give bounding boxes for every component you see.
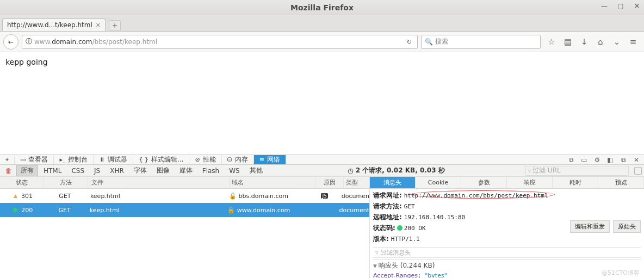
url-field[interactable]: ⓘ www.domain.com/bbs/post/keep.html ↻: [22, 35, 418, 49]
bookmark-star-icon[interactable]: ☆: [547, 37, 556, 47]
http-version-value: HTTP/1.1: [391, 236, 420, 243]
responsive-icon[interactable]: ▭: [580, 156, 589, 164]
filter-other[interactable]: 其他: [245, 165, 267, 176]
tab-bar: http://www.d...t/keep.html ✕ +: [0, 15, 644, 32]
stopwatch-icon: ◷: [348, 167, 353, 175]
table-row[interactable]: ▲ 301 GET keep.html 🔓bbs.domain.com JS d…: [0, 189, 369, 203]
network-filter-bar: 🗑 所有 HTML CSS JS XHR 字体 图像 媒体 Flash WS 其…: [0, 165, 644, 177]
filter-flash[interactable]: Flash: [198, 166, 224, 176]
new-tab-button[interactable]: +: [109, 20, 121, 31]
network-table: 状态 方法 文件 域名 原因 类型 ▲ 301 GET keep.html 🔓b…: [0, 177, 370, 278]
js-cause-badge: JS: [321, 193, 327, 199]
devtools-panel: ⌖ ▭查看器 ▸_控制台 ⏸调试器 { }样式编辑... ⊘性能 ⛁内存 ≡网络…: [0, 155, 644, 278]
devtools-tabs: ⌖ ▭查看器 ▸_控制台 ⏸调试器 { }样式编辑... ⊘性能 ⛁内存 ≡网络…: [0, 155, 644, 165]
filter-image[interactable]: 图像: [152, 165, 174, 176]
maximize-button[interactable]: ▢: [617, 2, 624, 10]
remote-address-value: 192.168.140.15:80: [404, 214, 466, 221]
url-text: www.domain.com/bbs/post/keep.html: [34, 38, 402, 46]
status-code-value: 200 OK: [404, 225, 426, 232]
search-field[interactable]: 🔍 搜索: [421, 35, 541, 49]
col-method[interactable]: 方法: [44, 177, 88, 188]
minimize-button[interactable]: —: [600, 2, 608, 10]
dtab-cookies[interactable]: Cookie: [416, 177, 461, 188]
filter-media[interactable]: 媒体: [175, 165, 197, 176]
filter-js[interactable]: JS: [90, 166, 104, 176]
tab-debugger[interactable]: ⏸调试器: [94, 155, 133, 164]
warning-icon: ▲: [10, 193, 17, 199]
watermark: @51CTO博客: [602, 269, 640, 277]
tab-style-editor[interactable]: { }样式编辑...: [133, 155, 189, 164]
window-title: Mozilla Firefox: [290, 3, 354, 12]
filter-html[interactable]: HTML: [39, 166, 66, 176]
filter-css[interactable]: CSS: [67, 166, 89, 176]
search-icon: 🔍: [425, 38, 433, 46]
request-method-value: GET: [404, 203, 415, 210]
filter-url-input[interactable]: ▿ 过滤 URL: [525, 166, 629, 176]
status-dot-icon: [397, 225, 403, 231]
back-button[interactable]: ←: [3, 34, 18, 50]
filter-ws[interactable]: WS: [225, 166, 244, 176]
col-domain[interactable]: 域名: [230, 177, 315, 188]
dock-window-icon[interactable]: ⧉: [619, 156, 628, 164]
insecure-icon: 🔓: [227, 207, 235, 214]
element-picker-button[interactable]: ⌖: [0, 155, 15, 164]
header-accept-ranges: Accept-Ranges: "bytes": [373, 272, 641, 278]
persist-logs-toggle[interactable]: [634, 167, 642, 175]
filter-xhr[interactable]: XHR: [106, 166, 128, 176]
status-ok-icon: [13, 208, 17, 212]
settings-icon[interactable]: ⚙: [593, 156, 602, 164]
tab-title: http://www.d...t/keep.html: [7, 21, 92, 29]
request-details-panel: 消息头 Cookie 参数 响应 耗时 预览 请求网址: http://www.…: [370, 177, 644, 278]
funnel-icon: ▿: [528, 168, 531, 174]
col-cause[interactable]: 原因: [315, 177, 344, 188]
tab-close-icon[interactable]: ✕: [96, 22, 101, 29]
dtab-preview[interactable]: 预览: [598, 177, 644, 188]
filter-font[interactable]: 字体: [129, 165, 151, 176]
dock-side-icon[interactable]: ◧: [606, 156, 615, 164]
col-file[interactable]: 文件: [88, 177, 230, 188]
library-icon[interactable]: ▤: [564, 37, 572, 47]
home-icon[interactable]: ⌂: [596, 37, 605, 47]
table-row[interactable]: 200 GET keep.html 🔓www.domain.com docume…: [0, 203, 369, 217]
tab-inspector[interactable]: ▭查看器: [15, 155, 54, 164]
window-titlebar: Mozilla Firefox — ▢ ✕: [0, 0, 644, 15]
edit-resend-button[interactable]: 编辑和重发: [570, 220, 610, 233]
page-content: kepp going: [0, 52, 644, 155]
col-type[interactable]: 类型: [344, 177, 369, 188]
detail-tabs: 消息头 Cookie 参数 响应 耗时 预览: [370, 177, 644, 189]
close-devtools-icon[interactable]: ✕: [632, 156, 641, 164]
dtab-response[interactable]: 响应: [507, 177, 553, 188]
headers-detail: 请求网址: http://www.domain.com/bbs/post/kee…: [370, 189, 644, 278]
close-window-button[interactable]: ✕: [633, 2, 641, 10]
network-table-header: 状态 方法 文件 域名 原因 类型: [0, 177, 369, 189]
tab-console[interactable]: ▸_控制台: [54, 155, 94, 164]
search-placeholder: 搜索: [435, 37, 448, 46]
dtab-params[interactable]: 参数: [461, 177, 507, 188]
funnel-icon: ▿: [375, 249, 379, 256]
clear-requests-button[interactable]: 🗑: [2, 167, 15, 175]
pocket-icon[interactable]: ⌄: [612, 37, 621, 47]
info-icon[interactable]: ⓘ: [26, 37, 32, 46]
reload-button[interactable]: ↻: [404, 38, 414, 46]
tab-performance[interactable]: ⊘性能: [189, 155, 221, 164]
tab-memory[interactable]: ⛁内存: [222, 155, 254, 164]
split-console-icon[interactable]: ⧉: [567, 156, 575, 164]
col-status[interactable]: 状态: [0, 177, 44, 188]
filter-headers-input[interactable]: ▿ 过滤消息头: [373, 247, 641, 258]
downloads-icon[interactable]: ↓: [580, 37, 589, 47]
menu-icon[interactable]: ≡: [629, 37, 637, 47]
filter-all[interactable]: 所有: [16, 165, 38, 176]
requests-summary: ◷ 2 个请求, 0.02 KB, 0.03 秒: [268, 166, 524, 175]
response-headers-section[interactable]: ▼响应头 (0.244 KB): [373, 261, 641, 270]
tab-network[interactable]: ≡网络: [254, 155, 286, 164]
request-url-value: http://www.domain.com/bbs/post/keep.html: [404, 192, 548, 199]
raw-headers-button[interactable]: 原始头: [613, 220, 641, 233]
navigation-toolbar: ← ⓘ www.domain.com/bbs/post/keep.html ↻ …: [0, 32, 644, 52]
page-body-text: kepp going: [5, 58, 48, 66]
insecure-icon: 🔓: [229, 193, 237, 200]
browser-tab[interactable]: http://www.d...t/keep.html ✕: [2, 18, 106, 31]
dtab-timings[interactable]: 耗时: [553, 177, 598, 188]
dtab-headers[interactable]: 消息头: [370, 177, 416, 188]
